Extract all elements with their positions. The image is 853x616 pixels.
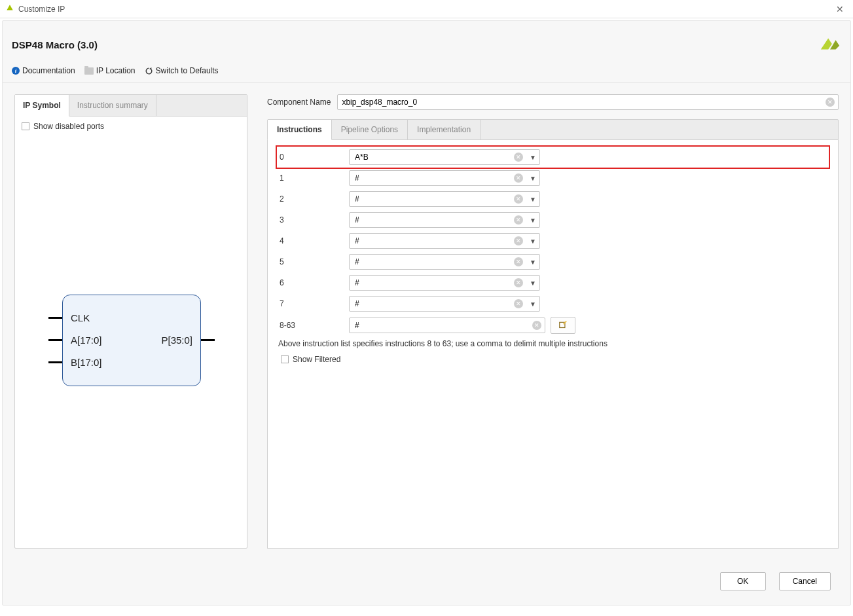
instruction-row-7: 7 ✕ ▼ <box>277 296 829 312</box>
instruction-input-6[interactable] <box>349 275 540 291</box>
instruction-input-5[interactable] <box>349 254 540 270</box>
instruction-input-3[interactable] <box>349 212 540 228</box>
instruction-row-4: 4 ✕ ▼ <box>277 233 829 249</box>
ip-location-label: IP Location <box>96 66 136 75</box>
chevron-down-icon[interactable]: ▼ <box>530 259 536 266</box>
toolbar: i Documentation IP Location Switch to De… <box>3 63 850 82</box>
content: DSP48 Macro (3.0) i Documentation IP Loc… <box>2 20 851 606</box>
instruction-index: 7 <box>277 299 349 308</box>
instruction-row-0: 0 ✕ ▼ <box>277 147 829 168</box>
instruction-index: 2 <box>277 194 349 204</box>
component-name-input[interactable] <box>337 94 839 110</box>
info-icon: i <box>12 67 20 75</box>
vendor-logo-icon <box>819 33 841 57</box>
table-edit-icon <box>558 321 568 330</box>
app-logo-icon <box>5 3 14 14</box>
chevron-down-icon[interactable]: ▼ <box>530 217 536 224</box>
title-bar: Customize IP ✕ <box>0 0 853 18</box>
instruction-index: 8-63 <box>277 321 349 330</box>
chevron-down-icon[interactable]: ▼ <box>530 154 536 161</box>
refresh-icon <box>145 67 153 75</box>
clear-icon[interactable]: ✕ <box>514 257 523 266</box>
page-title: DSP48 Macro (3.0) <box>12 39 819 50</box>
instruction-index: 0 <box>277 153 349 162</box>
instruction-input-4[interactable] <box>349 233 540 249</box>
instruction-index: 4 <box>277 236 349 245</box>
bulk-hint: Above instruction list specifies instruc… <box>278 339 829 348</box>
chevron-down-icon[interactable]: ▼ <box>530 196 536 203</box>
ip-symbol-block: CLK A[17:0] B[17:0] P[35:0] <box>62 295 201 386</box>
instruction-input-bulk[interactable] <box>349 317 545 333</box>
clear-icon[interactable]: ✕ <box>532 321 541 330</box>
component-name-label: Component Name <box>267 98 331 107</box>
instructions-body: 0 ✕ ▼ 1 ✕ ▼ 2 <box>267 140 839 549</box>
instruction-index: 5 <box>277 257 349 266</box>
port-b: B[17:0] <box>71 357 102 368</box>
tab-instructions[interactable]: Instructions <box>268 120 332 140</box>
show-filtered-label: Show Filtered <box>293 355 340 364</box>
port-clk: CLK <box>71 312 90 323</box>
instruction-index: 1 <box>277 173 349 183</box>
clear-icon[interactable]: ✕ <box>514 153 523 162</box>
tab-implementation[interactable]: Implementation <box>408 120 481 139</box>
instruction-index: 6 <box>277 278 349 287</box>
port-p: P[35:0] <box>161 335 192 346</box>
cancel-button[interactable]: Cancel <box>779 572 831 590</box>
instruction-row-1: 1 ✕ ▼ <box>277 170 829 186</box>
left-tab-bar: IP Symbol Instruction summary <box>15 95 247 117</box>
instruction-row-bulk: 8-63 ✕ <box>277 317 829 334</box>
left-panel: IP Symbol Instruction summary Show disab… <box>14 94 247 549</box>
clear-icon[interactable]: ✕ <box>826 98 835 107</box>
switch-defaults-link[interactable]: Switch to Defaults <box>145 66 219 75</box>
chevron-down-icon[interactable]: ▼ <box>530 300 536 308</box>
instruction-input-2[interactable] <box>349 191 540 207</box>
close-icon[interactable]: ✕ <box>832 4 848 14</box>
documentation-label: Documentation <box>22 66 75 75</box>
window-title: Customize IP <box>18 5 832 14</box>
instruction-input-0[interactable] <box>349 149 540 165</box>
show-filtered-checkbox[interactable]: Show Filtered <box>281 355 829 364</box>
port-a: A[17:0] <box>71 335 102 346</box>
instruction-row-3: 3 ✕ ▼ <box>277 212 829 228</box>
dialog-footer: OK Cancel <box>3 560 850 605</box>
pin-a <box>48 339 63 341</box>
instruction-input-1[interactable] <box>349 170 540 186</box>
instruction-row-2: 2 ✕ ▼ <box>277 191 829 207</box>
edit-bulk-button[interactable] <box>551 317 575 334</box>
documentation-link[interactable]: i Documentation <box>12 66 75 75</box>
pin-clk <box>48 317 63 319</box>
instruction-row-5: 5 ✕ ▼ <box>277 254 829 270</box>
clear-icon[interactable]: ✕ <box>514 299 523 308</box>
pin-b <box>48 361 63 363</box>
right-panel: Component Name ✕ Instructions Pipeline O… <box>267 94 839 549</box>
checkbox-icon <box>281 355 289 363</box>
ip-symbol-body: Show disabled ports CLK A[17:0] B[17:0] … <box>15 117 247 548</box>
pin-p <box>200 339 215 341</box>
checkbox-icon <box>22 122 29 130</box>
ip-location-link[interactable]: IP Location <box>84 66 136 75</box>
folder-icon <box>84 67 94 75</box>
instruction-index: 3 <box>277 215 349 225</box>
tab-ip-symbol[interactable]: IP Symbol <box>15 95 69 117</box>
tab-instruction-summary[interactable]: Instruction summary <box>69 95 156 116</box>
instruction-input-7[interactable] <box>349 296 540 312</box>
instruction-row-6: 6 ✕ ▼ <box>277 275 829 291</box>
tab-pipeline-options[interactable]: Pipeline Options <box>332 120 408 139</box>
chevron-down-icon[interactable]: ▼ <box>530 238 536 245</box>
ok-button[interactable]: OK <box>720 572 766 590</box>
show-disabled-ports-checkbox[interactable]: Show disabled ports <box>22 122 240 131</box>
clear-icon[interactable]: ✕ <box>514 215 523 225</box>
chevron-down-icon[interactable]: ▼ <box>530 175 536 182</box>
clear-icon[interactable]: ✕ <box>514 236 523 245</box>
show-disabled-ports-label: Show disabled ports <box>33 122 104 131</box>
clear-icon[interactable]: ✕ <box>514 278 523 287</box>
chevron-down-icon[interactable]: ▼ <box>530 280 536 287</box>
switch-defaults-label: Switch to Defaults <box>156 66 219 75</box>
clear-icon[interactable]: ✕ <box>514 173 523 183</box>
right-tab-bar: Instructions Pipeline Options Implementa… <box>267 119 839 140</box>
clear-icon[interactable]: ✕ <box>514 194 523 204</box>
